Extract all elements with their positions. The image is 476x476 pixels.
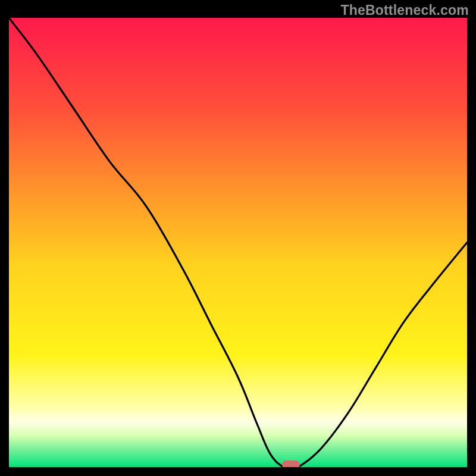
- watermark: TheBottleneck.com: [340, 2, 469, 18]
- plot-area: [9, 18, 467, 467]
- curve-layer: [9, 18, 467, 467]
- bottleneck-curve: [9, 18, 467, 467]
- chart-frame: TheBottleneck.com: [0, 0, 476, 476]
- optimal-marker: [282, 461, 300, 467]
